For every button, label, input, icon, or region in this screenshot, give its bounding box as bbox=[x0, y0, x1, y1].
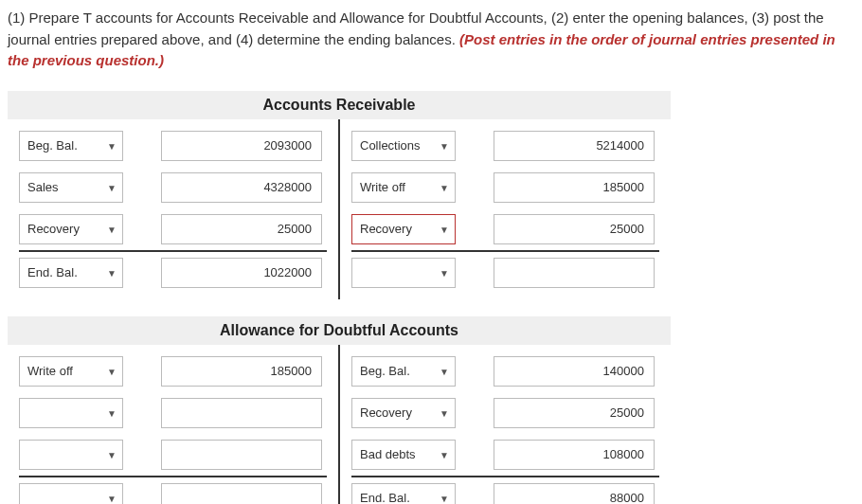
ada-credit-side: Beg. Bal. ▼ 140000 Recovery ▼ 25000 Bad … bbox=[340, 345, 671, 505]
ar-left-value-1[interactable]: 4328000 bbox=[161, 172, 322, 203]
chevron-down-icon: ▼ bbox=[107, 493, 117, 503]
ada-right-label-2[interactable]: Bad debts ▼ bbox=[351, 440, 456, 470]
ada-left-end-label[interactable]: ▼ bbox=[19, 483, 123, 505]
chevron-down-icon: ▼ bbox=[107, 407, 117, 418]
instructions: (1) Prepare T accounts for Accounts Rece… bbox=[8, 8, 854, 72]
ada-right-value-0[interactable]: 140000 bbox=[494, 356, 655, 387]
chevron-down-icon: ▼ bbox=[440, 493, 449, 503]
ar-right-value-2[interactable]: 25000 bbox=[494, 214, 655, 244]
ada-right-value-2[interactable]: 108000 bbox=[494, 440, 655, 470]
chevron-down-icon: ▼ bbox=[107, 140, 117, 151]
select-label: Recovery bbox=[360, 405, 412, 420]
ar-credit-side: Collections ▼ 5214000 Write off ▼ 185000… bbox=[340, 119, 671, 299]
chevron-down-icon: ▼ bbox=[107, 449, 117, 459]
select-label: Recovery bbox=[360, 222, 412, 236]
chevron-down-icon: ▼ bbox=[440, 140, 449, 151]
chevron-down-icon: ▼ bbox=[440, 449, 449, 459]
ar-debit-side: Beg. Bal. ▼ 2093000 Sales ▼ 4328000 Reco… bbox=[8, 119, 340, 299]
t-account-ar: Accounts Receivable Beg. Bal. ▼ 2093000 … bbox=[8, 91, 671, 299]
ar-right-value-0[interactable]: 5214000 bbox=[494, 131, 655, 161]
ada-right-label-1[interactable]: Recovery ▼ bbox=[351, 398, 456, 428]
account-title-ar: Accounts Receivable bbox=[8, 91, 671, 119]
select-label: Recovery bbox=[27, 222, 80, 236]
chevron-down-icon: ▼ bbox=[440, 366, 449, 376]
ar-right-value-1[interactable]: 185000 bbox=[494, 172, 655, 203]
ada-left-value-0[interactable]: 185000 bbox=[161, 356, 322, 387]
ar-right-end-label[interactable]: ▼ bbox=[351, 258, 456, 288]
t-account-ada: Allowance for Doubtful Accounts Write of… bbox=[8, 316, 671, 505]
chevron-down-icon: ▼ bbox=[107, 224, 117, 234]
ar-left-label-0[interactable]: Beg. Bal. ▼ bbox=[19, 131, 123, 161]
select-label: Bad debts bbox=[360, 447, 416, 461]
chevron-down-icon: ▼ bbox=[107, 182, 117, 192]
select-label: End. Bal. bbox=[360, 491, 410, 504]
select-label: End. Bal. bbox=[27, 265, 78, 279]
ada-right-end-value[interactable]: 88000 bbox=[494, 483, 655, 505]
select-label: Write off bbox=[27, 364, 73, 378]
ada-left-label-0[interactable]: Write off ▼ bbox=[19, 356, 123, 387]
ada-left-label-1[interactable]: ▼ bbox=[19, 398, 123, 428]
ada-left-value-2[interactable] bbox=[161, 440, 322, 470]
ar-left-label-1[interactable]: Sales ▼ bbox=[19, 172, 123, 203]
ada-debit-side: Write off ▼ 185000 ▼ ▼ bbox=[8, 345, 340, 505]
select-label: Beg. Bal. bbox=[27, 138, 78, 153]
ar-left-label-2[interactable]: Recovery ▼ bbox=[19, 214, 123, 244]
select-label: Collections bbox=[360, 138, 421, 153]
chevron-down-icon: ▼ bbox=[107, 366, 117, 376]
ada-left-label-2[interactable]: ▼ bbox=[19, 440, 123, 470]
chevron-down-icon: ▼ bbox=[440, 182, 449, 192]
ada-right-label-0[interactable]: Beg. Bal. ▼ bbox=[351, 356, 456, 387]
chevron-down-icon: ▼ bbox=[440, 224, 449, 234]
ar-left-value-2[interactable]: 25000 bbox=[161, 214, 322, 244]
ada-right-value-1[interactable]: 25000 bbox=[494, 398, 655, 428]
select-label: Sales bbox=[27, 180, 59, 194]
ar-right-end-value[interactable] bbox=[494, 258, 655, 288]
chevron-down-icon: ▼ bbox=[440, 407, 449, 418]
ar-left-end-value[interactable]: 1022000 bbox=[161, 258, 322, 288]
select-label: Write off bbox=[360, 180, 405, 194]
ar-left-value-0[interactable]: 2093000 bbox=[161, 131, 322, 161]
chevron-down-icon: ▼ bbox=[440, 267, 449, 278]
ar-right-label-1[interactable]: Write off ▼ bbox=[351, 172, 456, 203]
ar-left-end-label[interactable]: End. Bal. ▼ bbox=[19, 258, 123, 288]
select-label: Beg. Bal. bbox=[360, 364, 410, 378]
ar-right-label-0[interactable]: Collections ▼ bbox=[351, 131, 456, 161]
ada-left-value-1[interactable] bbox=[161, 398, 322, 428]
account-title-ada: Allowance for Doubtful Accounts bbox=[8, 316, 671, 345]
ar-right-label-2[interactable]: Recovery ▼ bbox=[351, 214, 456, 244]
ada-left-end-value[interactable] bbox=[161, 483, 322, 505]
chevron-down-icon: ▼ bbox=[107, 267, 117, 278]
ada-right-end-label[interactable]: End. Bal. ▼ bbox=[351, 483, 456, 505]
